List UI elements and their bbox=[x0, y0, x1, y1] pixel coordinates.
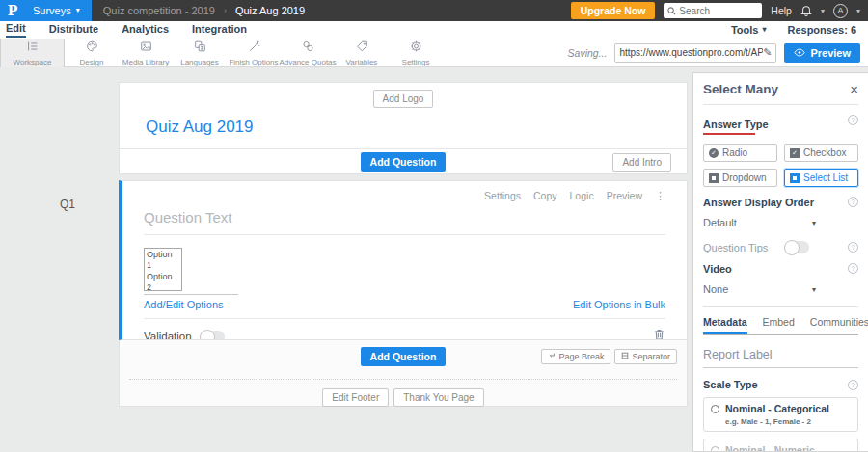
answer-type-select-list-button[interactable]: Select List bbox=[784, 169, 858, 187]
question-logic-link[interactable]: Logic bbox=[570, 190, 594, 202]
delete-question-trash-icon[interactable] bbox=[653, 328, 665, 340]
page-tools: Page Break Separator bbox=[541, 349, 677, 364]
tool-advance-quotas[interactable]: Advance Quotas bbox=[281, 39, 335, 67]
answer-type-option-label: Dropdown bbox=[722, 173, 767, 183]
tag-icon bbox=[355, 40, 369, 57]
scale-type-label: Scale Type bbox=[703, 379, 758, 390]
breadcrumb-separator-icon: › bbox=[224, 6, 227, 15]
add-question-button[interactable]: Add Question bbox=[361, 152, 447, 172]
add-question-button-2[interactable]: Add Question bbox=[361, 347, 447, 366]
upgrade-now-button[interactable]: Upgrade Now bbox=[571, 2, 656, 19]
answer-type-option-label: Checkbox bbox=[803, 147, 846, 158]
answer-display-order-value: Default bbox=[703, 217, 737, 228]
survey-title[interactable]: Quiz Aug 2019 bbox=[146, 118, 687, 137]
answer-display-order-select[interactable]: Default ▾ bbox=[703, 217, 858, 228]
survey-url-box[interactable]: ✎ bbox=[614, 43, 776, 63]
tab-metadata[interactable]: Metadata bbox=[703, 316, 747, 334]
question-actions: Settings Copy Logic Preview ⋮ bbox=[144, 181, 665, 202]
questionpro-logo-icon: P bbox=[0, 3, 25, 18]
help-icon[interactable]: ? bbox=[848, 242, 858, 253]
close-icon[interactable]: × bbox=[850, 82, 858, 96]
help-icon[interactable]: ? bbox=[848, 263, 858, 274]
answer-type-radio-button[interactable]: ✓ Radio bbox=[703, 144, 777, 162]
breadcrumb-survey-folder[interactable]: Quiz competition - 2019 bbox=[103, 5, 215, 16]
palette-icon bbox=[85, 40, 99, 57]
add-question-row: Add Question Add Intro bbox=[120, 148, 687, 173]
answer-display-order-label: Answer Display Order bbox=[703, 197, 814, 208]
chevron-down-icon: ▾ bbox=[762, 26, 766, 34]
panel-divider bbox=[703, 306, 858, 307]
edit-footer-button[interactable]: Edit Footer bbox=[322, 388, 389, 407]
surveys-menu-button[interactable]: Surveys ▾ bbox=[25, 0, 92, 21]
tab-communities[interactable]: Communities bbox=[810, 316, 868, 334]
tab-edit[interactable]: Edit bbox=[6, 22, 26, 38]
tool-media-library[interactable]: Media Library bbox=[119, 39, 173, 67]
question-copy-link[interactable]: Copy bbox=[533, 190, 557, 202]
responses-count[interactable]: Responses: 6 bbox=[787, 24, 856, 36]
separator-button[interactable]: Separator bbox=[614, 349, 677, 364]
select-list-square-icon bbox=[790, 173, 800, 183]
question-preview-link[interactable]: Preview bbox=[607, 190, 642, 202]
report-label-input[interactable]: Report Label bbox=[703, 348, 858, 368]
search-input[interactable] bbox=[679, 6, 756, 16]
tool-design[interactable]: Design bbox=[65, 39, 119, 67]
search-icon bbox=[667, 7, 676, 15]
preview-button[interactable]: Preview bbox=[784, 43, 860, 63]
account-caret-icon[interactable]: ▾ bbox=[856, 7, 860, 15]
answer-type-option-label: Radio bbox=[722, 147, 747, 158]
validation-toggle[interactable] bbox=[200, 331, 225, 341]
tool-settings[interactable]: Settings bbox=[389, 39, 443, 67]
chevron-down-icon: ▾ bbox=[812, 285, 816, 294]
question-text-placeholder[interactable]: Question Text bbox=[144, 209, 665, 235]
tool-languages[interactable]: Languages bbox=[173, 39, 227, 67]
tool-finish-options[interactable]: Finish Options bbox=[227, 39, 281, 67]
tool-variables[interactable]: Variables bbox=[335, 39, 389, 67]
help-link[interactable]: Help bbox=[771, 5, 792, 16]
topbar-right: Upgrade Now Help ▾ A ▾ bbox=[571, 2, 868, 19]
answer-type-checkbox-button[interactable]: ✓ Checkbox bbox=[784, 144, 858, 162]
scale-option-nominal-categorical[interactable]: Nominal - Categorical e.g. Male - 1, Fem… bbox=[703, 397, 858, 432]
panel-header: Select Many × bbox=[703, 73, 858, 105]
select-list-preview[interactable]: Option 1 Option 2 bbox=[144, 248, 182, 291]
survey-url-input[interactable] bbox=[619, 47, 763, 58]
brand: P Surveys ▾ bbox=[0, 0, 92, 21]
scale-option-example: e.g. Male - 1, Female - 2 bbox=[725, 417, 851, 426]
question-settings-link[interactable]: Settings bbox=[484, 190, 521, 202]
radio-check-icon: ✓ bbox=[709, 148, 719, 158]
thank-you-page-button[interactable]: Thank You Page bbox=[393, 388, 483, 407]
tool-label: Advance Quotas bbox=[279, 58, 336, 66]
add-intro-button[interactable]: Add Intro bbox=[612, 153, 671, 172]
help-icon[interactable]: ? bbox=[848, 197, 858, 207]
tab-embed[interactable]: Embed bbox=[763, 316, 795, 334]
add-edit-options-link[interactable]: Add/Edit Options bbox=[144, 299, 224, 310]
add-logo-button[interactable]: Add Logo bbox=[373, 90, 434, 108]
search-box[interactable] bbox=[664, 3, 762, 18]
answer-display-order-header: Answer Display Order ? bbox=[703, 197, 858, 208]
help-icon[interactable]: ? bbox=[848, 380, 858, 390]
answer-type-dropdown-button[interactable]: Dropdown bbox=[703, 169, 777, 187]
question-block[interactable]: Settings Copy Logic Preview ⋮ Question T… bbox=[119, 180, 688, 340]
toolbar-right: Saving... ✎ Preview bbox=[568, 43, 868, 63]
notifications-bell-icon[interactable] bbox=[800, 5, 812, 17]
avatar[interactable]: A bbox=[833, 4, 848, 18]
tab-integration[interactable]: Integration bbox=[192, 23, 247, 37]
chevron-down-icon: ▾ bbox=[812, 219, 816, 227]
breadcrumb-current-survey[interactable]: Quiz Aug 2019 bbox=[235, 5, 305, 16]
edit-options-in-bulk-link[interactable]: Edit Options in Bulk bbox=[573, 299, 665, 310]
question-tips-toggle[interactable] bbox=[784, 241, 809, 253]
tool-workspace[interactable]: Workspace bbox=[0, 39, 65, 67]
edit-url-pencil-icon[interactable]: ✎ bbox=[763, 46, 772, 59]
scale-option-nominal-numeric[interactable]: Nominal - Numeric e.g. Number of cars (1… bbox=[703, 439, 858, 452]
page-break-button[interactable]: Page Break bbox=[541, 349, 610, 364]
separator-icon bbox=[621, 352, 629, 361]
surveys-label: Surveys bbox=[33, 5, 71, 16]
video-select[interactable]: None ▾ bbox=[703, 283, 858, 295]
kebab-menu-icon[interactable]: ⋮ bbox=[655, 190, 665, 202]
help-icon[interactable]: ? bbox=[848, 115, 858, 125]
tools-menu[interactable]: Tools ▾ bbox=[731, 24, 767, 36]
tab-analytics[interactable]: Analytics bbox=[122, 23, 169, 37]
tab-distribute[interactable]: Distribute bbox=[49, 23, 98, 37]
notifications-caret-icon[interactable]: ▾ bbox=[821, 7, 825, 15]
gear-icon bbox=[409, 40, 423, 57]
scale-option-label: Nominal - Numeric bbox=[725, 444, 815, 452]
